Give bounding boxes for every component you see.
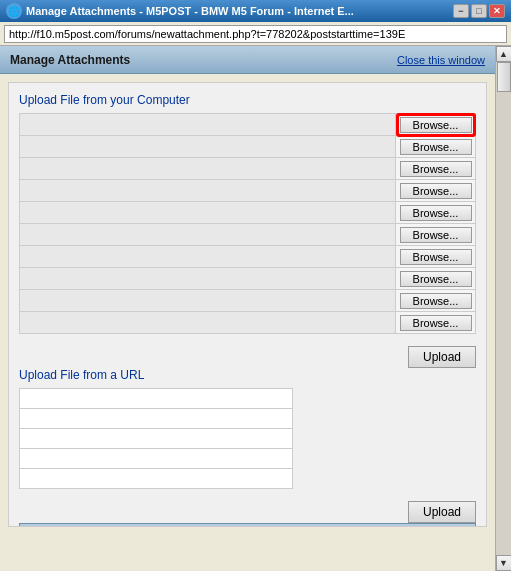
title-text: Manage Attachments - M5POST - BMW M5 For… bbox=[26, 5, 453, 17]
file-input-cell-4 bbox=[20, 180, 396, 202]
close-window-link[interactable]: Close this window bbox=[397, 54, 485, 66]
file-input-cell-3 bbox=[20, 158, 396, 180]
table-row: Browse... bbox=[20, 224, 476, 246]
address-input[interactable] bbox=[4, 25, 507, 43]
attachment-key-icon[interactable]: ⊞ bbox=[453, 526, 469, 527]
maximize-button[interactable]: □ bbox=[471, 4, 487, 18]
upload-file-section: Upload File from your Computer Browse... bbox=[19, 93, 476, 334]
table-row: Browse... bbox=[20, 268, 476, 290]
content-area: Upload File from your Computer Browse... bbox=[8, 82, 487, 527]
manage-attachments-header: Manage Attachments Close this window bbox=[0, 46, 495, 74]
file-input-cell-6 bbox=[20, 224, 396, 246]
browse-button-1[interactable]: Browse... bbox=[400, 117, 472, 133]
table-row: Browse... bbox=[20, 312, 476, 334]
outer-container: Manage Attachments Close this window Upl… bbox=[0, 46, 511, 571]
table-row: Browse... bbox=[20, 158, 476, 180]
browse-button-6[interactable]: Browse... bbox=[400, 227, 472, 243]
browse-cell-1: Browse... bbox=[396, 114, 476, 136]
upload-file-title: Upload File from your Computer bbox=[19, 93, 476, 107]
upload-url-section: Upload File from a URL bbox=[19, 368, 476, 489]
browse-button-9[interactable]: Browse... bbox=[400, 293, 472, 309]
table-row bbox=[20, 409, 293, 429]
window-close-button[interactable]: ✕ bbox=[489, 4, 505, 18]
file-input-cell-7 bbox=[20, 246, 396, 268]
url-input-cell-2[interactable] bbox=[20, 409, 293, 429]
browse-cell-6: Browse... bbox=[396, 224, 476, 246]
upload-url-title: Upload File from a URL bbox=[19, 368, 476, 382]
table-row bbox=[20, 389, 293, 409]
scroll-thumb[interactable] bbox=[497, 62, 511, 92]
vertical-scrollbar: ▲ ▼ bbox=[495, 46, 511, 571]
file-input-cell-10 bbox=[20, 312, 396, 334]
address-bar bbox=[0, 22, 511, 46]
file-input-cell-1 bbox=[20, 114, 396, 136]
browse-button-4[interactable]: Browse... bbox=[400, 183, 472, 199]
browse-button-7[interactable]: Browse... bbox=[400, 249, 472, 265]
browse-cell-7: Browse... bbox=[396, 246, 476, 268]
browse-cell-8: Browse... bbox=[396, 268, 476, 290]
table-row bbox=[20, 429, 293, 449]
url-table bbox=[19, 388, 293, 489]
scroll-up-button[interactable]: ▲ bbox=[496, 46, 512, 62]
file-input-cell-9 bbox=[20, 290, 396, 312]
file-input-cell-5 bbox=[20, 202, 396, 224]
browse-button-5[interactable]: Browse... bbox=[400, 205, 472, 221]
browse-cell-5: Browse... bbox=[396, 202, 476, 224]
url-input-cell-1[interactable] bbox=[20, 389, 293, 409]
table-row: Browse... bbox=[20, 246, 476, 268]
browse-button-3[interactable]: Browse... bbox=[400, 161, 472, 177]
url-input-cell-3[interactable] bbox=[20, 429, 293, 449]
browse-cell-2: Browse... bbox=[396, 136, 476, 158]
browse-cell-3: Browse... bbox=[396, 158, 476, 180]
browse-cell-10: Browse... bbox=[396, 312, 476, 334]
browse-cell-4: Browse... bbox=[396, 180, 476, 202]
manage-attachments-title: Manage Attachments bbox=[10, 53, 130, 67]
scroll-track[interactable] bbox=[496, 62, 512, 555]
table-row: Browse... bbox=[20, 136, 476, 158]
file-input-cell-8 bbox=[20, 268, 396, 290]
browser-icon: 🌐 bbox=[6, 3, 22, 19]
table-row: Browse... bbox=[20, 202, 476, 224]
url-input-cell-4[interactable] bbox=[20, 449, 293, 469]
browse-button-10[interactable]: Browse... bbox=[400, 315, 472, 331]
upload-file-button[interactable]: Upload bbox=[408, 346, 476, 368]
browse-button-8[interactable]: Browse... bbox=[400, 271, 472, 287]
table-row: Browse... bbox=[20, 114, 476, 136]
window-controls: − □ ✕ bbox=[453, 4, 505, 18]
table-row bbox=[20, 449, 293, 469]
browse-button-2[interactable]: Browse... bbox=[400, 139, 472, 155]
main-content: Manage Attachments Close this window Upl… bbox=[0, 46, 495, 571]
title-bar: 🌐 Manage Attachments - M5POST - BMW M5 F… bbox=[0, 0, 511, 22]
attachment-key-header: Attachment Key ⊞ bbox=[19, 523, 476, 527]
table-row bbox=[20, 469, 293, 489]
scroll-down-button[interactable]: ▼ bbox=[496, 555, 512, 571]
upload-file-table: Browse... Browse... bbox=[19, 113, 476, 334]
upload-url-button[interactable]: Upload bbox=[408, 501, 476, 523]
browse-cell-9: Browse... bbox=[396, 290, 476, 312]
table-row: Browse... bbox=[20, 180, 476, 202]
url-input-cell-5[interactable] bbox=[20, 469, 293, 489]
table-row: Browse... bbox=[20, 290, 476, 312]
file-input-cell-2 bbox=[20, 136, 396, 158]
minimize-button[interactable]: − bbox=[453, 4, 469, 18]
attachment-key-section: Attachment Key ⊞ Filetype Max Filesize M… bbox=[19, 523, 476, 527]
